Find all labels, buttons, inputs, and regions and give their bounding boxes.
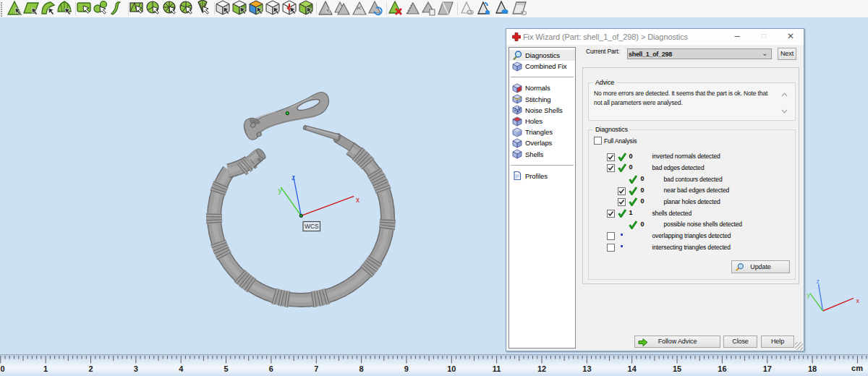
- svg-text:x: x: [356, 196, 359, 204]
- svg-text:z: z: [817, 278, 820, 285]
- svg-text:WCS: WCS: [305, 223, 319, 230]
- svg-text:z: z: [292, 174, 295, 181]
- svg-text:18: 18: [808, 364, 817, 373]
- svg-text:y: y: [807, 291, 811, 299]
- svg-text:12: 12: [537, 364, 546, 373]
- svg-text:7: 7: [314, 364, 318, 373]
- svg-text:x: x: [856, 297, 860, 304]
- svg-text:13: 13: [582, 364, 591, 373]
- svg-text:16: 16: [718, 364, 726, 373]
- svg-text:11: 11: [493, 364, 501, 373]
- svg-text:0: 0: [0, 364, 4, 373]
- svg-text:2: 2: [88, 364, 93, 373]
- svg-text:4: 4: [179, 364, 184, 373]
- svg-text:1: 1: [43, 364, 48, 373]
- svg-text:9: 9: [404, 364, 409, 373]
- svg-text:y: y: [278, 187, 282, 195]
- svg-text:5: 5: [224, 364, 229, 373]
- svg-text:cm: cm: [851, 364, 863, 372]
- svg-text:17: 17: [763, 364, 772, 373]
- svg-text:14: 14: [628, 364, 637, 373]
- svg-text:15: 15: [673, 364, 681, 373]
- svg-text:6: 6: [269, 364, 273, 373]
- svg-text:3: 3: [134, 364, 138, 373]
- svg-text:10: 10: [447, 364, 456, 373]
- svg-text:8: 8: [359, 364, 364, 373]
